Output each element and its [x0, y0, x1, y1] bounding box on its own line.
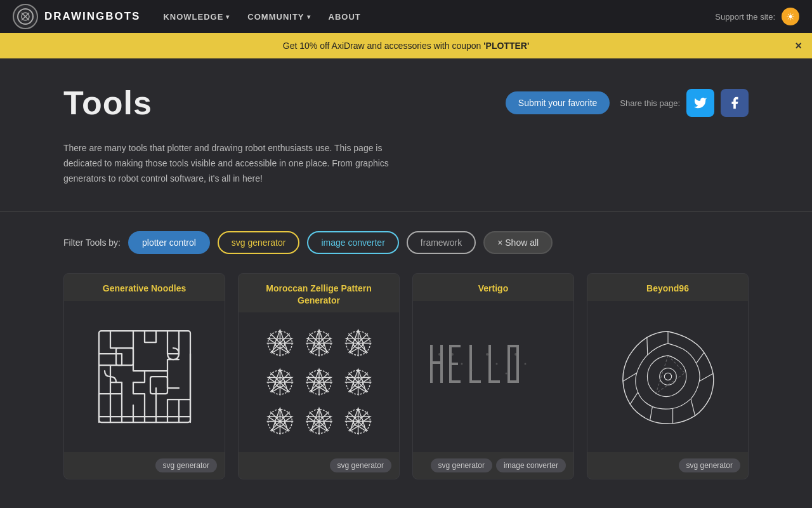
- promo-banner: Get 10% off AxiDraw and accessories with…: [0, 33, 812, 58]
- tool-title: Moroccan Zellige PatternGenerator: [239, 274, 399, 312]
- svg-point-92: [486, 353, 488, 356]
- svg-rect-75: [430, 361, 443, 364]
- tool-image: [64, 301, 225, 452]
- logo-icon: [13, 4, 38, 29]
- nav-links: KNOWLEDGE ▾ COMMUNITY ▾ ABOUT: [155, 8, 368, 25]
- tag-svg-generator: svg generator: [679, 458, 740, 472]
- tag-image-converter: image converter: [496, 458, 566, 472]
- page-content: Tools Submit your favorite Share this pa…: [25, 58, 787, 186]
- tool-card-moroccan-zellige[interactable]: Moroccan Zellige PatternGenerator: [238, 273, 400, 479]
- tool-tags: svg generator image converter: [413, 452, 573, 479]
- header-actions: Submit your favorite Share this page:: [506, 89, 749, 117]
- header-row: Tools Submit your favorite Share this pa…: [63, 84, 749, 122]
- svg-point-88: [438, 353, 441, 356]
- section-divider: [0, 211, 812, 212]
- community-caret: ▾: [307, 13, 311, 20]
- svg-rect-81: [469, 380, 481, 383]
- tool-card-beyond96[interactable]: Beyond96: [587, 273, 749, 479]
- filter-svg-generator[interactable]: svg generator: [218, 231, 300, 254]
- svg-rect-85: [508, 345, 510, 383]
- support-text: Support the site:: [715, 12, 775, 22]
- tools-grid: Generative Noodles: [25, 273, 787, 504]
- submit-favorite-button[interactable]: Submit your favorite: [506, 91, 610, 114]
- tool-card-generative-noodles[interactable]: Generative Noodles: [63, 273, 225, 479]
- tool-image: [239, 312, 399, 452]
- tool-tags: svg generator: [64, 452, 225, 479]
- tool-card-vertigo[interactable]: Vertigo: [412, 273, 574, 479]
- svg-rect-83: [488, 380, 500, 383]
- tool-tags: svg generator: [239, 452, 399, 479]
- logo-link[interactable]: DRAWINGBOTS: [13, 4, 140, 29]
- nav-right: Support the site: ☀: [715, 8, 799, 25]
- filter-image-converter[interactable]: image converter: [307, 231, 398, 254]
- tag-svg-generator: svg generator: [431, 458, 492, 472]
- tag-svg-generator: svg generator: [155, 458, 217, 472]
- svg-rect-82: [488, 345, 491, 383]
- svg-rect-78: [449, 363, 458, 365]
- svg-rect-86: [516, 345, 519, 383]
- svg-point-91: [470, 369, 472, 371]
- svg-point-90: [461, 363, 462, 364]
- svg-rect-77: [449, 345, 461, 347]
- coupon-code: 'PLOTTER': [483, 41, 529, 51]
- nav-about[interactable]: ABOUT: [321, 8, 369, 25]
- filter-framework[interactable]: framework: [407, 231, 476, 254]
- filter-row: Filter Tools by: plotter control svg gen…: [25, 231, 787, 254]
- share-row: Share this page:: [620, 89, 749, 117]
- page-description: There are many tools that plotter and dr…: [63, 141, 419, 186]
- tool-title: Vertigo: [413, 274, 573, 300]
- svg-rect-80: [469, 345, 472, 383]
- svg-point-93: [495, 363, 497, 364]
- filter-plotter-control[interactable]: plotter control: [128, 231, 210, 254]
- svg-rect-79: [449, 380, 461, 383]
- knowledge-caret: ▾: [226, 13, 230, 20]
- svg-point-89: [451, 353, 454, 356]
- nav-community[interactable]: COMMUNITY ▾: [240, 8, 318, 25]
- banner-close-button[interactable]: ×: [795, 39, 802, 53]
- svg-point-96: [524, 363, 526, 364]
- nav-knowledge[interactable]: KNOWLEDGE ▾: [155, 8, 237, 25]
- svg-rect-87: [508, 380, 519, 383]
- share-label: Share this page:: [620, 98, 680, 108]
- banner-text: Get 10% off AxiDraw and accessories with…: [283, 41, 529, 51]
- filter-show-all[interactable]: × Show all: [483, 231, 553, 254]
- facebook-share-button[interactable]: [721, 89, 749, 117]
- filter-label: Filter Tools by:: [63, 237, 121, 248]
- logo-text: DRAWINGBOTS: [44, 10, 140, 23]
- svg-point-94: [505, 372, 507, 374]
- navbar: DRAWINGBOTS KNOWLEDGE ▾ COMMUNITY ▾ ABOU…: [0, 0, 812, 33]
- page-title: Tools: [63, 84, 152, 122]
- tool-title: Beyond96: [587, 274, 748, 300]
- svg-rect-72: [424, 319, 563, 434]
- tool-image: [413, 301, 573, 452]
- tool-tags: svg generator: [587, 452, 748, 479]
- tool-image: [587, 301, 748, 452]
- twitter-share-button[interactable]: [686, 89, 714, 117]
- svg-point-95: [514, 353, 517, 356]
- tag-svg-generator: svg generator: [330, 458, 391, 472]
- theme-toggle[interactable]: ☀: [782, 8, 799, 25]
- tool-title: Generative Noodles: [64, 274, 225, 300]
